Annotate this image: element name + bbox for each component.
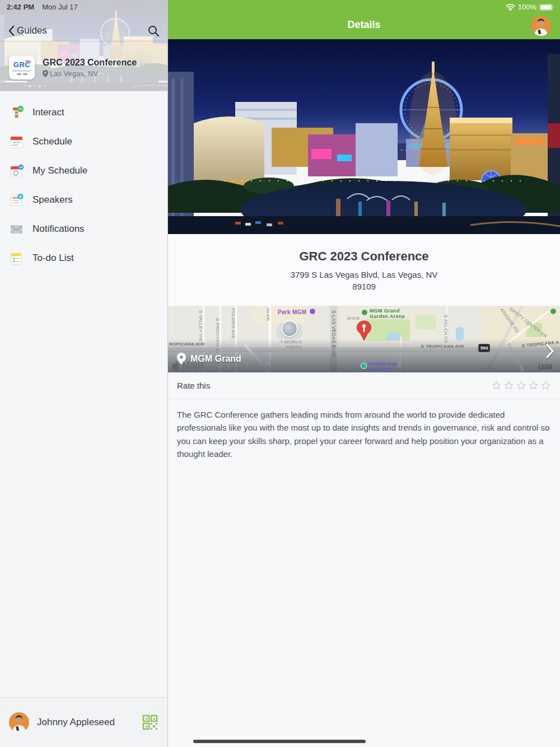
route-shield-593: 593 bbox=[478, 344, 490, 352]
clock: 2:42 PM bbox=[7, 3, 34, 11]
qr-code-button[interactable] bbox=[142, 714, 158, 731]
star-icon[interactable] bbox=[503, 380, 514, 391]
street-label: POLARIS AVE bbox=[231, 308, 236, 339]
map-preview[interactable]: S VALLEY VIE S PROCYON ST POLARIS AVE IN… bbox=[168, 306, 560, 372]
details-panel: 100% Details GRC 2023 Conference 3799 S … bbox=[168, 0, 560, 747]
schedule-icon bbox=[9, 134, 24, 150]
park-mgm-icon bbox=[309, 308, 316, 315]
star-icon[interactable] bbox=[516, 380, 526, 391]
poi-label-tmobile: T-MOBILE bbox=[280, 339, 302, 344]
todo-list-icon bbox=[9, 251, 24, 266]
poi-label-tmobile: ARENA bbox=[286, 344, 302, 349]
battery-percent: 100% bbox=[518, 3, 536, 11]
poi-icon bbox=[550, 308, 557, 315]
status-bar-right: 100% bbox=[506, 3, 554, 11]
sidebar-item-interact[interactable]: Interact bbox=[0, 98, 167, 127]
street-label: IN DR bbox=[265, 308, 270, 321]
event-address-line1: 3799 S Las Vegas Blvd, Las Vegas, NV bbox=[179, 269, 549, 281]
sidebar: 2:42 PM Mon Jul 17 Guides GRC Conference bbox=[0, 0, 168, 747]
street-label: ROPICANA AVE bbox=[169, 342, 205, 347]
home-indicator[interactable] bbox=[193, 740, 366, 743]
star-icon[interactable] bbox=[540, 380, 551, 391]
profile-avatar bbox=[531, 16, 551, 36]
back-to-guides-button[interactable]: Guides bbox=[8, 25, 47, 36]
wifi-icon bbox=[506, 4, 515, 11]
poi-label-mgm-garden: Garden Arena bbox=[370, 314, 405, 319]
sidebar-nav-bar: Guides bbox=[0, 20, 167, 41]
sidebar-item-speakers[interactable]: Speakers bbox=[0, 185, 167, 214]
sidebar-item-label: Notifications bbox=[32, 223, 85, 235]
guide-logo: GRC Conference bbox=[9, 56, 35, 80]
street-label: E TROPICANA AVE bbox=[421, 344, 464, 349]
poi-label-mgm-garden: MGM Grand bbox=[370, 308, 400, 314]
map-next-button[interactable] bbox=[545, 344, 554, 360]
sidebar-item-label: Interact bbox=[32, 107, 64, 118]
sidebar-item-schedule[interactable]: Schedule bbox=[0, 127, 167, 156]
guide-info[interactable]: GRC Conference GRC 2023 Conference Las V… bbox=[0, 50, 167, 85]
qr-code-icon bbox=[142, 714, 158, 731]
event-title: GRC 2023 Conference bbox=[179, 249, 549, 264]
back-chevron-icon bbox=[8, 25, 15, 36]
star-icon[interactable] bbox=[491, 380, 502, 391]
sidebar-item-todo-list[interactable]: To-do List bbox=[0, 244, 167, 273]
rating-section: Rate this bbox=[168, 372, 560, 399]
sidebar-item-label: Speakers bbox=[32, 194, 73, 206]
date: Mon Jul 17 bbox=[42, 3, 78, 11]
notifications-icon bbox=[9, 222, 24, 237]
guide-location: Las Vegas, NV bbox=[50, 69, 98, 78]
sidebar-item-label: Schedule bbox=[32, 136, 72, 147]
poi-label-park-mgm: Park MGM bbox=[278, 309, 306, 315]
chevron-right-icon bbox=[545, 344, 554, 358]
star-icon[interactable] bbox=[528, 380, 539, 391]
poi-label-doubletree: DoubleTree bbox=[368, 361, 398, 367]
guide-title: GRC 2023 Conference bbox=[43, 58, 137, 68]
event-address-line2: 89109 bbox=[179, 281, 549, 292]
street-label: S VALLEY VIE bbox=[198, 310, 203, 342]
sidebar-item-label: My Schedule bbox=[32, 165, 87, 176]
street-label: S LAS VEGAS BLVD bbox=[331, 310, 337, 357]
hero-image bbox=[168, 39, 560, 234]
doubletree-icon bbox=[361, 363, 367, 369]
profile-avatar-button[interactable] bbox=[531, 16, 551, 36]
details-header: 100% Details bbox=[168, 0, 560, 39]
user-name: Johnny Appleseed bbox=[37, 717, 134, 728]
page-title: Details bbox=[168, 19, 560, 31]
street-label: S PROCYON ST bbox=[215, 318, 220, 354]
sidebar-menu: Interact Schedule My bbox=[0, 91, 167, 273]
guide-logo-subtext: Conference bbox=[12, 69, 31, 72]
sidebar-item-my-schedule[interactable]: My Schedule bbox=[0, 156, 167, 185]
my-schedule-icon bbox=[9, 164, 24, 179]
event-info: GRC 2023 Conference 3799 S Las Vegas Blv… bbox=[168, 234, 560, 306]
event-description: The GRC Conference gathers leading minds… bbox=[168, 399, 560, 461]
apple-logo-icon bbox=[172, 361, 180, 370]
speakers-icon bbox=[9, 193, 24, 208]
sidebar-header: 2:42 PM Mon Jul 17 Guides GRC Conference bbox=[0, 0, 167, 91]
user-avatar bbox=[9, 712, 29, 732]
sidebar-item-label: To-do List bbox=[32, 253, 74, 264]
apple-maps-watermark: Maps bbox=[172, 360, 206, 371]
location-pin-icon bbox=[43, 70, 48, 77]
star-rating[interactable] bbox=[491, 380, 551, 391]
back-label: Guides bbox=[17, 25, 47, 36]
sidebar-item-notifications[interactable]: Notifications bbox=[0, 214, 167, 244]
street-label: S KELCH DR bbox=[444, 315, 449, 343]
battery-icon bbox=[539, 4, 554, 11]
search-button[interactable] bbox=[147, 25, 160, 37]
venue-pin-icon bbox=[356, 320, 372, 342]
status-bar-left: 2:42 PM Mon Jul 17 bbox=[7, 3, 78, 11]
legal-link[interactable]: Legal bbox=[539, 363, 552, 369]
guide-logo-partner-marks bbox=[17, 73, 27, 75]
rate-label: Rate this bbox=[177, 381, 210, 390]
user-bar[interactable]: Johnny Appleseed bbox=[0, 697, 167, 747]
tmobile-arena-icon bbox=[281, 320, 298, 337]
interact-icon bbox=[9, 105, 24, 120]
poi-label-doubletree: by Hilton bbox=[368, 367, 391, 372]
app-window: 2:42 PM Mon Jul 17 Guides GRC Conference bbox=[0, 0, 560, 747]
search-icon bbox=[147, 25, 160, 37]
mgm-garden-arena-icon bbox=[361, 309, 368, 316]
